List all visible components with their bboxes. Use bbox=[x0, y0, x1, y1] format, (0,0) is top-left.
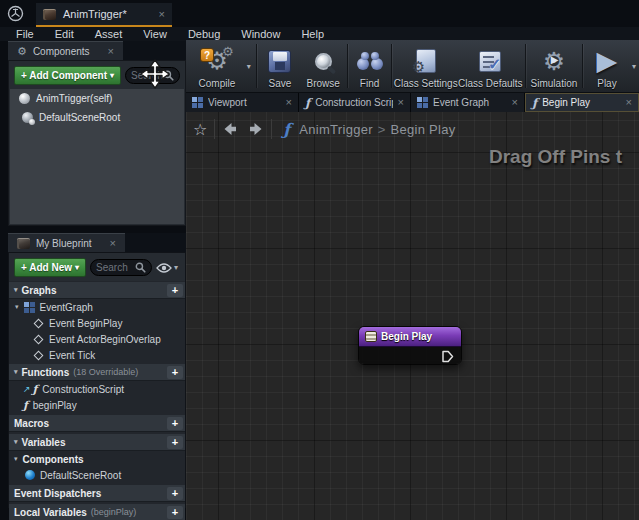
toolbar-separator bbox=[391, 44, 392, 88]
play-button[interactable]: ▶ Play bbox=[585, 40, 629, 92]
exec-output-pin[interactable] bbox=[441, 350, 454, 363]
list-item-event-beginplay[interactable]: Event BeginPlay bbox=[9, 315, 185, 331]
add-component-label: + Add Component bbox=[21, 70, 107, 81]
menu-bar: File Edit Asset View Debug Window Help bbox=[0, 27, 639, 41]
disclosure-icon[interactable]: ▾ bbox=[15, 303, 19, 311]
list-item-eventgraph[interactable]: ▾ EventGraph bbox=[9, 299, 185, 315]
list-item-event-tick[interactable]: Event Tick bbox=[9, 347, 185, 363]
compile-options-dropdown[interactable]: ▾ bbox=[244, 62, 254, 71]
function-icon: ƒ bbox=[23, 400, 28, 411]
list-item-label: ConstructionScript bbox=[42, 384, 124, 395]
my-blueprint-tab-strip: My Blueprint × bbox=[8, 233, 186, 252]
add-new-button[interactable]: + Add New ▾ bbox=[14, 258, 86, 277]
move-cursor-icon bbox=[139, 58, 171, 90]
my-blueprint-search-input[interactable] bbox=[96, 262, 135, 273]
menu-window[interactable]: Window bbox=[241, 28, 280, 40]
tree-row-label: DefaultSceneRoot bbox=[39, 112, 120, 123]
close-icon[interactable]: × bbox=[398, 97, 404, 108]
menu-file[interactable]: File bbox=[16, 28, 34, 40]
close-icon[interactable]: × bbox=[108, 46, 114, 57]
play-options-dropdown[interactable]: ▾ bbox=[629, 62, 639, 71]
graph-watermark-text: Drag Off Pins t bbox=[489, 146, 622, 168]
asset-tab-animtrigger[interactable]: AnimTrigger* × bbox=[36, 3, 172, 27]
add-graph-button[interactable]: + bbox=[167, 284, 183, 297]
tree-row-animtrigger-self[interactable]: AnimTrigger(self) bbox=[10, 89, 184, 108]
my-blueprint-panel: + Add New ▾ ▾ ▾ Graphs + ▾ EventGraph bbox=[8, 252, 186, 508]
components-icon: ⚙ bbox=[17, 45, 27, 58]
my-blueprint-search[interactable] bbox=[90, 259, 152, 276]
add-component-button[interactable]: + Add Component ▾ bbox=[14, 66, 121, 85]
tab-viewport[interactable]: Viewport × bbox=[186, 93, 299, 112]
graphs-section-header[interactable]: ▾ Graphs + bbox=[9, 282, 185, 299]
add-local-variable-button[interactable]: + bbox=[167, 506, 183, 519]
function-icon: ƒ bbox=[532, 96, 537, 110]
chevron-right-icon: > bbox=[378, 122, 386, 137]
node-begin-play[interactable]: Begin Play bbox=[358, 326, 462, 365]
find-icon bbox=[357, 46, 383, 76]
menu-debug[interactable]: Debug bbox=[188, 28, 220, 40]
tree-row-defaultsceneroot[interactable]: DefaultSceneRoot bbox=[10, 108, 184, 127]
list-item-event-actorbeginoverlap[interactable]: Event ActorBeginOverlap bbox=[9, 331, 185, 347]
class-defaults-button[interactable]: ✓ Class Defaults bbox=[458, 40, 523, 92]
local-variables-section-header[interactable]: Local Variables (beginPlay) + bbox=[9, 504, 185, 520]
components-category-row[interactable]: ▾ Components bbox=[9, 451, 185, 467]
functions-overridable-hint: (18 Overridable) bbox=[73, 367, 138, 377]
add-macro-button[interactable]: + bbox=[167, 417, 183, 430]
my-blueprint-icon bbox=[17, 238, 30, 249]
graphs-header-label: Graphs bbox=[22, 285, 57, 296]
components-tab-label: Components bbox=[33, 46, 90, 57]
add-function-button[interactable]: + bbox=[167, 366, 183, 379]
add-event-dispatcher-button[interactable]: + bbox=[167, 487, 183, 500]
simulation-button[interactable]: ⚙ ▶ Simulation bbox=[528, 40, 580, 92]
breadcrumb-current[interactable]: Begin Play bbox=[390, 122, 455, 137]
close-icon[interactable]: × bbox=[512, 97, 518, 108]
variables-section-header[interactable]: ▾ Variables + bbox=[9, 434, 185, 451]
favorite-star-icon[interactable]: ☆ bbox=[193, 120, 207, 139]
close-icon[interactable]: × bbox=[626, 97, 632, 108]
function-icon: ƒ bbox=[283, 120, 290, 139]
compile-button[interactable]: ⚙ ⚙ ? Compile bbox=[190, 40, 244, 92]
list-item-defaultsceneroot-var[interactable]: DefaultSceneRoot bbox=[9, 467, 185, 483]
menu-asset[interactable]: Asset bbox=[95, 28, 123, 40]
disclosure-icon[interactable]: ▾ bbox=[14, 286, 18, 294]
tab-construction-script[interactable]: ƒ Construction Scrip × bbox=[299, 93, 411, 112]
macros-section-header[interactable]: Macros + bbox=[9, 415, 185, 432]
node-body bbox=[359, 347, 461, 365]
forward-arrow-icon[interactable] bbox=[248, 122, 264, 136]
class-settings-button[interactable]: ⚙ Class Settings bbox=[394, 40, 458, 92]
functions-section-header[interactable]: ▾ Functions (18 Overridable) + bbox=[9, 364, 185, 381]
tab-event-graph[interactable]: Event Graph × bbox=[411, 93, 525, 112]
disclosure-icon[interactable]: ▾ bbox=[14, 438, 18, 446]
close-icon[interactable]: × bbox=[159, 9, 165, 20]
close-icon[interactable]: × bbox=[286, 97, 292, 108]
tab-my-blueprint[interactable]: My Blueprint × bbox=[8, 233, 125, 252]
disclosure-icon[interactable]: ▾ bbox=[14, 368, 18, 376]
macros-header-label: Macros bbox=[14, 418, 49, 429]
back-arrow-icon[interactable] bbox=[222, 122, 238, 136]
visibility-filter-button[interactable]: ▾ bbox=[156, 263, 180, 273]
event-node-icon bbox=[34, 350, 44, 360]
menu-help[interactable]: Help bbox=[301, 28, 324, 40]
disclosure-icon[interactable]: ▾ bbox=[14, 455, 18, 463]
event-node-icon bbox=[34, 318, 44, 328]
tab-begin-play[interactable]: ƒ Begin Play × bbox=[525, 93, 639, 112]
list-item-beginplay-function[interactable]: ƒ beginPlay bbox=[9, 397, 185, 413]
close-icon[interactable]: × bbox=[110, 238, 116, 249]
menu-edit[interactable]: Edit bbox=[55, 28, 74, 40]
breadcrumb-root[interactable]: AnimTrigger bbox=[299, 122, 373, 137]
browse-button[interactable]: Browse bbox=[301, 40, 345, 92]
blueprint-graph-canvas[interactable]: ☆ ƒ AnimTrigger > Begin Play Drag Off Pi… bbox=[186, 112, 639, 520]
list-item-constructionscript[interactable]: ↗ ƒ ConstructionScript bbox=[9, 381, 185, 397]
add-variable-button[interactable]: + bbox=[167, 436, 183, 449]
event-dispatchers-section-header[interactable]: Event Dispatchers + bbox=[9, 485, 185, 502]
list-item-label: Event Tick bbox=[49, 350, 95, 361]
blueprint-toolbar: ⚙ ⚙ ? Compile ▾ Save Browse Find ⚙ Class… bbox=[186, 40, 639, 93]
node-header[interactable]: Begin Play bbox=[359, 327, 461, 347]
breadcrumb: ☆ ƒ AnimTrigger > Begin Play bbox=[193, 117, 456, 141]
components-category-label: Components bbox=[23, 454, 84, 465]
menu-view[interactable]: View bbox=[143, 28, 167, 40]
find-button[interactable]: Find bbox=[350, 40, 388, 92]
toolbar-separator bbox=[582, 44, 583, 88]
save-button[interactable]: Save bbox=[259, 40, 301, 92]
tab-components[interactable]: ⚙ Components × bbox=[8, 41, 123, 60]
